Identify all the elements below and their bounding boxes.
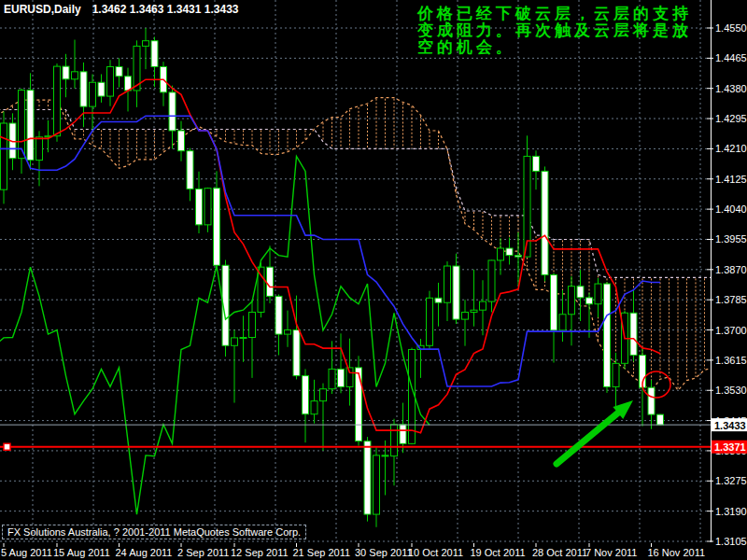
price-tick-label: 1.3870 [715,264,747,275]
price-tick-label: 1.3190 [715,506,747,517]
bear-candle-body [382,455,388,456]
bear-candle-body [169,92,176,131]
bear-candle-body [80,72,87,106]
price-tick-label: 1.3785 [715,294,747,305]
bear-candle-body [356,368,362,441]
bear-candle-body [604,284,611,386]
bull-candle-body [374,455,380,514]
symbol-period-label: EURUSD,Daily [4,3,81,16]
time-tick-label: 30 Sep 2011 [355,547,413,558]
bear-candle-body [151,41,158,67]
time-tick-label: 28 Oct 2011 [532,547,587,558]
bull-candle-body [72,72,78,79]
price-tick-label: 1.3275 [715,475,747,486]
bear-candle-body [533,156,540,171]
price-tick-label: 1.4550 [715,22,747,34]
copyright-watermark: FX Solutions Australia, ? 2001-2011 Meta… [2,525,306,539]
chart-title: EURUSD,Daily1.3462 1.3463 1.3431 1.3433 [4,3,239,16]
price-tick-label: 1.4295 [715,113,747,124]
bull-candle-body [391,425,398,456]
bull-candle-body [595,284,601,304]
price-tick-label: 1.4210 [715,143,747,154]
bear-candle-body [453,266,459,319]
bear-candle-body [551,275,557,330]
bear-candle-body [116,66,122,76]
bull-candle-body [320,389,327,401]
bull-candle-body [444,266,451,302]
bull-candle-body [36,137,43,161]
bear-candle-body [214,189,220,266]
chart-window[interactable]: 1.45501.44651.43801.42951.42101.41251.40… [0,0,747,560]
bear-candle-body [98,82,105,96]
time-tick-label: 12 Sep 2011 [231,547,289,558]
bear-candle-body [630,313,637,355]
price-tick-label: 1.3955 [715,233,747,245]
bull-candle-body [311,401,317,414]
bull-candle-body [249,312,256,337]
bull-candle-body [90,82,96,106]
trend-arrow[interactable] [557,408,624,464]
price-tick-label: 1.3105 [715,536,747,547]
bull-candle-body [498,248,504,260]
bear-candle-body [506,248,513,256]
bull-candle-body [107,66,114,96]
bear-candle-body [657,414,664,425]
price-tick-label: 1.3700 [715,325,747,336]
ohlc-quotes-label: 1.3462 1.3463 1.3431 1.3433 [92,3,239,16]
level-price-box-label: 1.3371 [714,441,746,453]
bull-candle-body [569,287,575,315]
bull-candle-body [143,41,149,47]
time-tick-label: 16 Nov 2011 [648,547,706,558]
time-tick-label: 5 Aug 2011 [1,547,52,558]
bear-candle-body [435,298,442,302]
annotation-text[interactable]: 价格已经下破云层，云层的支持 变成阻力。再次触及云层将是放 空的机会。 [417,5,692,55]
bear-candle-body [364,441,371,514]
bull-candle-body [329,369,335,388]
indicator-lines [0,0,660,514]
bear-candle-body [648,387,655,414]
price-tick-label: 1.3530 [715,385,747,396]
bear-candle-body [515,256,522,258]
bull-candle-body [232,338,238,345]
price-axis: 1.45501.44651.43801.42951.42101.41251.40… [707,0,747,547]
annotation-line: 空的机会。 [417,38,692,55]
bull-candle-body [471,310,477,312]
bull-candle-body [462,312,469,319]
bear-candle-body [293,330,300,376]
bear-candle-body [196,189,203,224]
time-axis: 5 Aug 201115 Aug 201124 Aug 20112 Sep 20… [1,543,705,558]
price-tick-label: 1.4465 [715,52,747,63]
bull-candle-body [54,66,61,136]
bear-candle-body [577,287,584,298]
bull-candle-body [613,363,619,386]
time-tick-label: 19 Oct 2011 [471,547,526,558]
time-tick-label: 24 Aug 2011 [116,547,173,558]
time-tick-label: 7 Nov 2011 [585,547,637,558]
bull-candle-body [409,349,416,443]
time-tick-label: 15 Aug 2011 [53,547,110,558]
bull-candle-body [240,338,247,339]
bull-candle-body [204,189,211,225]
bid-price-box-label: 1.3433 [714,420,746,431]
bull-candle-body [480,301,486,310]
bear-candle-body [303,376,309,414]
bear-candle-body [125,77,132,91]
senkou-span-b-line [0,110,747,332]
bear-candle-body [338,369,345,386]
time-tick-label: 21 Sep 2011 [293,547,351,558]
price-tick-label: 1.4125 [715,174,747,185]
bear-candle-body [187,151,193,189]
bear-candle-body [542,171,548,274]
bear-candle-body [400,425,406,444]
kijun-sen-line [0,91,660,386]
level-line-handle[interactable] [4,443,10,450]
bear-candle-body [586,298,593,304]
price-chart-canvas[interactable]: 1.45501.44651.43801.42951.42101.41251.40… [0,0,747,560]
bull-candle-body [559,315,566,330]
bear-candle-body [27,91,34,161]
annotation-line: 变成阻力。再次触及云层将是放 [417,21,692,38]
price-tick-label: 1.4040 [715,203,747,215]
time-tick-label: 10 Oct 2011 [408,547,463,558]
candles-layer [1,28,664,527]
bear-candle-body [178,131,185,151]
